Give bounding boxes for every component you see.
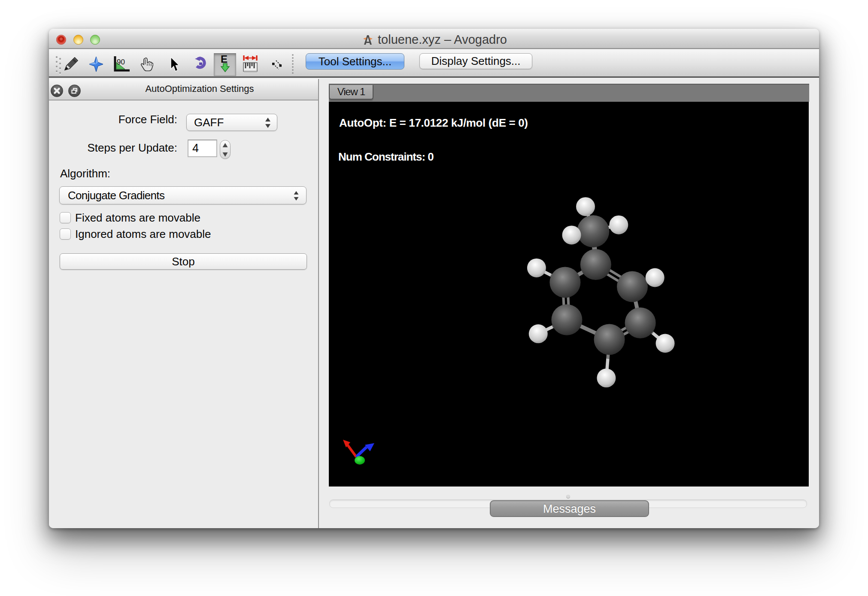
svg-text:90: 90 — [117, 58, 125, 66]
svg-text:E: E — [221, 54, 228, 65]
